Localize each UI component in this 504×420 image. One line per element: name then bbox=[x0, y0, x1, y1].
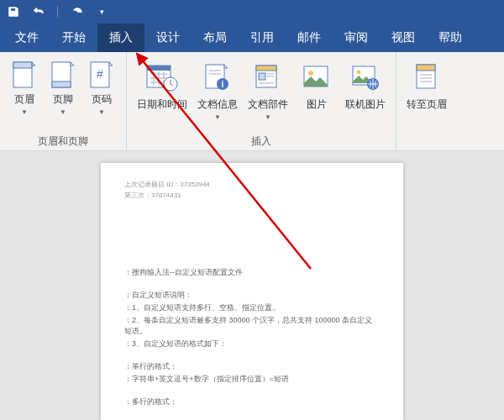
undo-icon[interactable] bbox=[32, 5, 45, 18]
doc-line: ：自定义短语说明： bbox=[124, 290, 380, 301]
page[interactable]: 上次记录题目 ID：37352944 第三次：37674431 ：搜狗输入法--… bbox=[101, 163, 403, 420]
page-header: 上次记录题目 ID：37352944 第三次：37674431 bbox=[124, 180, 380, 200]
group-insert: 日期和时间 i 文档信息 ▼ 文档部件 ▼ 图片 联机图片 插入 bbox=[127, 52, 396, 150]
footer-label: 页脚 bbox=[53, 92, 73, 107]
page-number-icon: # bbox=[87, 60, 116, 89]
tab-layout[interactable]: 布局 bbox=[192, 24, 239, 52]
tab-review[interactable]: 审阅 bbox=[333, 24, 380, 52]
svg-rect-22 bbox=[259, 73, 265, 80]
svg-point-27 bbox=[308, 71, 313, 76]
doc-info-label: 文档信息 bbox=[197, 97, 238, 112]
separator bbox=[57, 6, 58, 18]
doc-info-button[interactable]: i 文档信息 ▼ bbox=[194, 59, 241, 123]
group-navigation: 转至页眉 bbox=[396, 52, 457, 150]
group-label bbox=[425, 135, 428, 149]
chevron-down-icon: ▼ bbox=[21, 108, 28, 116]
svg-rect-7 bbox=[147, 66, 171, 71]
tab-help[interactable]: 帮助 bbox=[427, 24, 474, 52]
quick-parts-button[interactable]: 文档部件 ▼ bbox=[244, 59, 291, 123]
date-time-label: 日期和时间 bbox=[137, 97, 187, 112]
chevron-down-icon: ▼ bbox=[98, 108, 105, 116]
tab-view[interactable]: 视图 bbox=[380, 24, 427, 52]
doc-info-icon: i bbox=[199, 60, 236, 94]
picture-icon bbox=[298, 60, 335, 94]
online-picture-button[interactable]: 联机图片 bbox=[342, 59, 389, 113]
group-header-footer: 页眉 ▼ 页脚 ▼ # 页码 ▼ 页眉和页脚 bbox=[0, 52, 127, 150]
goto-header-label: 转至页眉 bbox=[407, 97, 447, 112]
page-number-button[interactable]: # 页码 ▼ bbox=[84, 59, 119, 118]
svg-text:#: # bbox=[97, 67, 103, 81]
footer-button[interactable]: 页脚 ▼ bbox=[45, 59, 81, 118]
svg-point-29 bbox=[357, 71, 361, 75]
doc-line: ：2、每条自定义短语最多支持 30000 个汉字，总共支持 100000 条自定… bbox=[124, 315, 380, 337]
page-number-label: 页码 bbox=[92, 92, 112, 107]
save-icon[interactable] bbox=[7, 5, 20, 18]
tab-mailings[interactable]: 邮件 bbox=[286, 24, 333, 52]
quick-parts-label: 文档部件 bbox=[248, 97, 288, 112]
svg-text:i: i bbox=[222, 80, 224, 89]
picture-label: 图片 bbox=[307, 97, 327, 112]
tab-design[interactable]: 设计 bbox=[144, 24, 192, 52]
tab-insert[interactable]: 插入 bbox=[97, 24, 144, 52]
doc-line: ：多行的格式： bbox=[124, 396, 380, 407]
redo-icon[interactable] bbox=[70, 5, 83, 18]
goto-header-button[interactable]: 转至页眉 bbox=[403, 59, 450, 113]
title-bar: ▾ bbox=[0, 0, 504, 24]
svg-rect-21 bbox=[256, 66, 276, 71]
tab-home[interactable]: 开始 bbox=[50, 24, 97, 52]
svg-rect-3 bbox=[52, 81, 71, 87]
picture-button[interactable]: 图片 bbox=[295, 59, 339, 113]
quick-parts-icon bbox=[249, 60, 286, 94]
group-label: 插入 bbox=[251, 133, 271, 149]
online-picture-icon bbox=[347, 60, 384, 94]
doc-line: ：搜狗输入法--自定义短语配置文件 bbox=[124, 267, 380, 278]
tab-references[interactable]: 引用 bbox=[239, 24, 286, 52]
chevron-down-icon: ▼ bbox=[214, 113, 221, 121]
ribbon-tabs: 文件 开始 插入 设计 布局 引用 邮件 审阅 视图 帮助 bbox=[0, 24, 504, 52]
svg-rect-32 bbox=[417, 65, 435, 71]
tab-file[interactable]: 文件 bbox=[3, 24, 50, 52]
customize-qat-icon[interactable]: ▾ bbox=[95, 5, 108, 18]
chevron-down-icon: ▼ bbox=[265, 113, 271, 121]
date-time-button[interactable]: 日期和时间 bbox=[134, 59, 191, 113]
doc-line: ：字符串+英文逗号+数字（指定排序位置）=短语 bbox=[124, 374, 380, 385]
svg-rect-1 bbox=[13, 62, 32, 68]
doc-line: ：3、自定义短语的格式如下： bbox=[124, 339, 380, 349]
ribbon: 页眉 ▼ 页脚 ▼ # 页码 ▼ 页眉和页脚 日期和时间 i 文档 bbox=[0, 52, 504, 151]
document-area[interactable]: 上次记录题目 ID：37352944 第三次：37674431 ：搜狗输入法--… bbox=[0, 151, 504, 420]
group-label: 页眉和页脚 bbox=[38, 133, 88, 149]
doc-line: ：单行的格式： bbox=[124, 361, 380, 372]
header-line: 第三次：37674431 bbox=[124, 191, 380, 200]
header-label: 页眉 bbox=[14, 92, 34, 107]
doc-line: ：1、自定义短语支持多行、空格、指定位置。 bbox=[124, 302, 380, 313]
footer-icon bbox=[49, 60, 77, 89]
goto-header-icon bbox=[408, 60, 445, 94]
date-time-icon bbox=[144, 60, 181, 94]
online-picture-label: 联机图片 bbox=[345, 97, 386, 112]
header-icon bbox=[10, 60, 39, 89]
header-button[interactable]: 页眉 ▼ bbox=[7, 59, 42, 118]
header-line: 上次记录题目 ID：37352944 bbox=[124, 180, 380, 189]
chevron-down-icon: ▼ bbox=[60, 108, 66, 116]
